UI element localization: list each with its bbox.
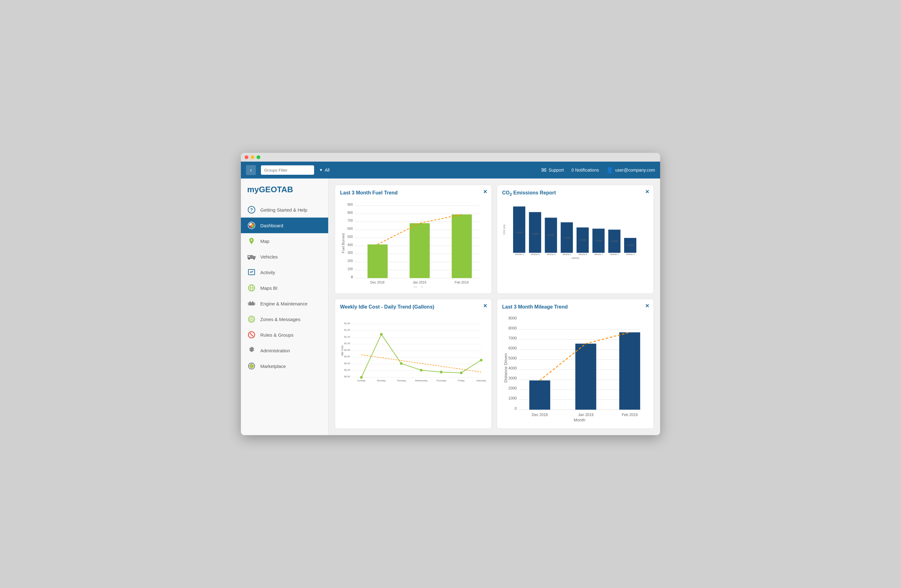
sidebar-item-label: Maps BI — [260, 285, 277, 291]
svg-rect-11 — [248, 302, 255, 305]
sidebar-item-rules-groups[interactable]: Rules & Groups — [241, 327, 328, 342]
user-menu[interactable]: 👤 user@company.com — [606, 166, 655, 174]
main-layout: myGEOTAB ? Getting Started & Help Dashbo… — [241, 179, 660, 435]
rules-icon — [247, 330, 256, 339]
svg-text:0.1898: 0.1898 — [611, 240, 618, 242]
svg-text:0: 0 — [514, 406, 517, 411]
minimize-dot[interactable] — [251, 156, 254, 159]
sidebar-item-activity[interactable]: Activity — [241, 264, 328, 280]
dot-sat — [480, 359, 483, 362]
gear-icon — [247, 346, 256, 355]
sidebar-item-marketplace[interactable]: Marketplace — [241, 358, 328, 374]
groups-filter-input[interactable] — [261, 165, 314, 175]
sidebar-item-label: Engine & Maintenance — [260, 301, 307, 306]
sidebar-item-zones-messages[interactable]: Zones & Messages — [241, 311, 328, 327]
globe-icon — [247, 283, 256, 292]
co2-chart: CO2 (mt) 0.1898 0.1898 0.1898 0.189 — [502, 201, 648, 260]
sidebar-item-label: Getting Started & Help — [260, 207, 307, 213]
user-icon: 👤 — [606, 166, 613, 174]
svg-text:700: 700 — [347, 219, 353, 222]
support-button[interactable]: ✉ Support — [541, 166, 564, 174]
notifications-button[interactable]: 0 Notifications — [572, 168, 599, 173]
svg-text:Vehicle 1: Vehicle 1 — [610, 254, 619, 256]
svg-text:3000: 3000 — [508, 376, 517, 380]
svg-text:Jan 2019: Jan 2019 — [578, 413, 594, 417]
nav-right: ✉ Support 0 Notifications 👤 user@company… — [541, 166, 655, 174]
svg-text:600: 600 — [347, 227, 353, 230]
sidebar-item-administration[interactable]: Administration — [241, 342, 328, 358]
mileage-bar-jan — [575, 344, 596, 409]
maximize-dot[interactable] — [257, 156, 260, 159]
svg-text:$1.00: $1.00 — [344, 342, 350, 345]
svg-text:9000: 9000 — [508, 316, 517, 320]
svg-text:Saturday: Saturday — [477, 379, 486, 382]
fuel-trend-close[interactable]: ✕ — [483, 189, 487, 195]
filter-dropdown[interactable]: ▼ All — [319, 168, 329, 173]
mileage-trend-close[interactable]: ✕ — [645, 303, 649, 309]
mileage-bar-dec — [529, 380, 550, 410]
co2-close[interactable]: ✕ — [645, 189, 649, 195]
filter-label: All — [325, 168, 330, 173]
dot-mon — [380, 333, 383, 336]
mileage-trend-card: Last 3 Month Mileage Trend ✕ 0 1000 2000… — [497, 299, 654, 429]
svg-text:Jan 2019: Jan 2019 — [413, 280, 426, 284]
svg-text:0.1898: 0.1898 — [595, 240, 602, 242]
svg-text:Sunday: Sunday — [357, 379, 365, 382]
svg-text:200: 200 — [347, 259, 353, 263]
svg-text:6000: 6000 — [508, 346, 517, 350]
bar-feb — [452, 215, 472, 278]
svg-text:$1.40: $1.40 — [344, 328, 350, 331]
sidebar-item-label: Vehicles — [260, 254, 278, 260]
svg-text:0.1898: 0.1898 — [627, 244, 634, 246]
svg-text:0.1898: 0.1898 — [532, 233, 539, 235]
notifications-label: 0 Notifications — [572, 168, 599, 173]
user-email: user@company.com — [615, 168, 655, 173]
co2-svg: CO2 (mt) 0.1898 0.1898 0.1898 0.189 — [502, 201, 648, 259]
svg-text:$0.80: $0.80 — [344, 348, 350, 352]
svg-text:Friday: Friday — [458, 379, 465, 382]
svg-rect-13 — [252, 301, 253, 302]
sidebar-item-maps-bi[interactable]: Maps BI — [241, 280, 328, 296]
svg-text:0.1898: 0.1898 — [563, 237, 571, 239]
svg-text:$0.00: $0.00 — [344, 375, 350, 378]
svg-text:Month: Month — [413, 286, 424, 287]
svg-text:5000: 5000 — [508, 356, 517, 361]
svg-text:Vehicle 7: Vehicle 7 — [594, 254, 603, 256]
engine-icon — [247, 299, 256, 308]
close-dot[interactable] — [245, 156, 248, 159]
svg-text:Vehicle 8: Vehicle 8 — [578, 254, 587, 256]
svg-text:Fuel Burned: Fuel Burned — [341, 233, 345, 254]
svg-text:Dec 2018: Dec 2018 — [532, 413, 548, 417]
svg-text:0.1898: 0.1898 — [579, 239, 586, 241]
svg-text:1000: 1000 — [508, 397, 517, 401]
sidebar-item-label: Administration — [260, 348, 290, 353]
fuel-trend-title: Last 3 Month Fuel Trend — [340, 190, 486, 196]
sidebar-item-getting-started[interactable]: ? Getting Started & Help — [241, 202, 328, 218]
sidebar-item-vehicles[interactable]: Vehicles — [241, 249, 328, 264]
mileage-bar-feb — [619, 332, 640, 409]
co2-title: CO2 Emissions Report — [502, 190, 648, 197]
sidebar-item-map[interactable]: Map — [241, 233, 328, 249]
truck-icon — [247, 252, 256, 261]
fuel-trend-chart: 0 100 200 300 400 500 600 700 800 900 0 — [340, 199, 486, 289]
back-button[interactable]: ‹ — [246, 165, 256, 175]
svg-point-6 — [253, 258, 255, 260]
svg-text:300: 300 — [347, 251, 353, 255]
svg-text:Vehicle 6: Vehicle 6 — [531, 254, 540, 256]
support-label: Support — [549, 168, 564, 173]
svg-text:CO2 (mt): CO2 (mt) — [503, 225, 505, 235]
svg-text:7000: 7000 — [508, 336, 517, 341]
svg-text:Dec 2018: Dec 2018 — [370, 280, 385, 284]
sidebar-item-dashboard[interactable]: Dashboard — [241, 218, 328, 233]
idle-cost-close[interactable]: ✕ — [483, 303, 487, 309]
app-window: ‹ ▼ All ✉ Support 0 Notifications 👤 user… — [241, 153, 660, 435]
svg-text:Distance Driven: Distance Driven — [504, 353, 508, 383]
filter-arrow-icon: ▼ — [319, 168, 323, 172]
sidebar-item-engine-maintenance[interactable]: Engine & Maintenance — [241, 296, 328, 311]
sidebar-item-label: Rules & Groups — [260, 332, 293, 338]
svg-text:$0.60: $0.60 — [344, 355, 350, 358]
svg-text:2000: 2000 — [508, 386, 517, 390]
svg-text:Vehicle 3: Vehicle 3 — [547, 254, 556, 256]
dot-tue — [400, 362, 403, 365]
idle-cost-chart: $0.00 $0.20 $0.40 $0.60 $0.80 $1.00 $1.2… — [340, 314, 486, 384]
